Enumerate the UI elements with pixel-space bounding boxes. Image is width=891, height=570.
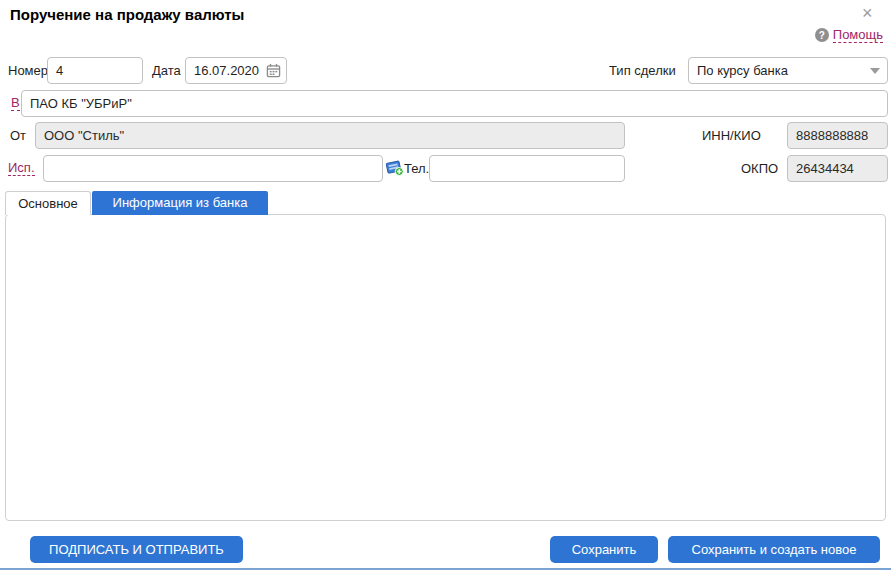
deal-type-select[interactable]: По курсу банка bbox=[688, 57, 888, 84]
beneficiary-bank-link[interactable]: В bbox=[11, 95, 20, 111]
inn-kio-input bbox=[787, 122, 888, 149]
deal-type-value: По курсу банка bbox=[697, 63, 788, 78]
tab-main[interactable]: Основное bbox=[5, 191, 91, 215]
help-link[interactable]: ? Помощь bbox=[815, 27, 883, 43]
executor-link[interactable]: Исп. bbox=[8, 160, 35, 176]
phone-label: Тел. bbox=[404, 155, 429, 182]
help-icon: ? bbox=[815, 28, 829, 42]
deal-type-label: Тип сделки bbox=[609, 57, 676, 84]
payer-label: От bbox=[10, 122, 26, 149]
beneficiary-bank-input[interactable] bbox=[21, 90, 888, 117]
add-contact-icon[interactable] bbox=[386, 159, 404, 176]
page-title: Поручение на продажу валюты bbox=[10, 6, 244, 23]
main-tab-panel bbox=[5, 214, 886, 521]
help-label: Помощь bbox=[833, 27, 883, 43]
save-button[interactable]: Сохранить bbox=[550, 536, 658, 563]
number-label: Номер bbox=[8, 57, 48, 84]
okpo-input bbox=[787, 155, 888, 182]
calendar-icon[interactable] bbox=[266, 63, 281, 78]
inn-kio-label: ИНН/КИО bbox=[702, 122, 761, 149]
currency-sale-order-dialog: Поручение на продажу валюты × ? Помощь Н… bbox=[0, 0, 891, 570]
number-input[interactable] bbox=[47, 57, 143, 84]
chevron-down-icon bbox=[870, 68, 880, 74]
tab-bank-info[interactable]: Информация из банка bbox=[92, 191, 268, 215]
okpo-label: ОКПО bbox=[741, 155, 778, 182]
sign-and-send-button[interactable]: ПОДПИСАТЬ И ОТПРАВИТЬ bbox=[30, 536, 243, 563]
phone-input[interactable] bbox=[429, 155, 625, 182]
executor-input[interactable] bbox=[43, 155, 383, 182]
date-label: Дата bbox=[152, 57, 181, 84]
close-icon[interactable]: × bbox=[862, 5, 873, 21]
save-and-new-button[interactable]: Сохранить и создать новое bbox=[668, 536, 880, 563]
payer-input bbox=[35, 122, 625, 149]
